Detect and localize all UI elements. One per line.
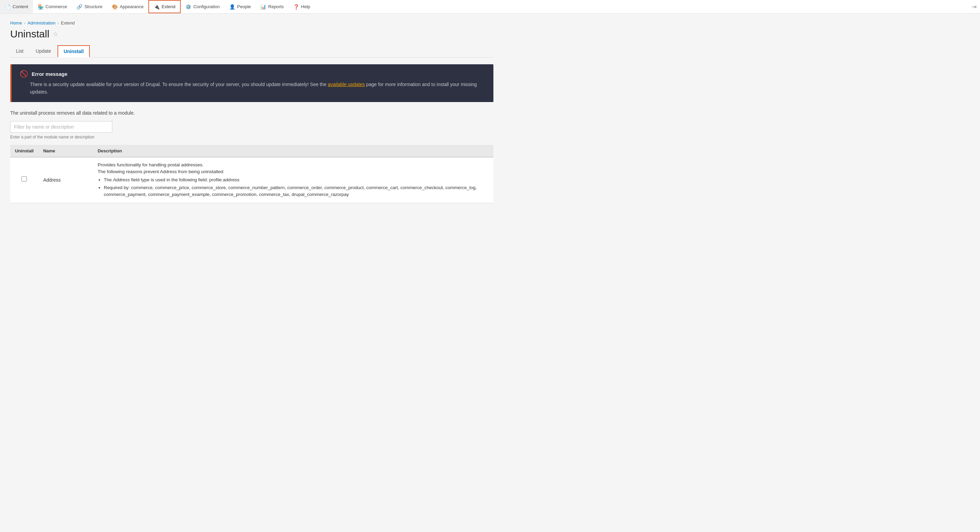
col-header-name: Name xyxy=(38,145,93,157)
error-title: Error message xyxy=(32,71,67,77)
module-description-cell: Provides functionality for handling post… xyxy=(93,157,493,203)
nav-item-extend[interactable]: 🔌 Extend xyxy=(148,0,181,13)
error-banner-header: 🚫 Error message xyxy=(20,70,485,77)
nav-item-reports[interactable]: 📊 Reports xyxy=(256,0,288,13)
filter-hint: Enter a part of the module name or descr… xyxy=(10,135,493,140)
people-icon: 👤 xyxy=(229,4,235,10)
top-navigation: 📄 Content 🏪 Commerce 🔗 Structure 🎨 Appea… xyxy=(0,0,980,14)
nav-item-commerce[interactable]: 🏪 Commerce xyxy=(33,0,72,13)
table-header: Uninstall Name Description xyxy=(10,145,493,157)
nav-item-appearance[interactable]: 🎨 Appearance xyxy=(107,0,148,13)
module-reasons-list: The Address field type is used in the fo… xyxy=(104,176,488,198)
error-icon: 🚫 xyxy=(20,70,28,77)
nav-item-content[interactable]: 📄 Content xyxy=(0,0,33,13)
tab-update[interactable]: Update xyxy=(30,45,57,57)
nav-item-configuration[interactable]: ⚙️ Configuration xyxy=(181,0,224,13)
module-table: Uninstall Name Description Address Provi… xyxy=(10,145,493,203)
tab-list[interactable]: List xyxy=(10,45,29,57)
content-icon: 📄 xyxy=(5,4,11,10)
filter-container xyxy=(10,121,493,133)
module-reasons-header: The following reasons prevent Address fr… xyxy=(98,169,224,174)
page-tabs: List Update Uninstall xyxy=(10,45,493,57)
appearance-icon: 🎨 xyxy=(112,4,118,10)
nav-item-structure[interactable]: 🔗 Structure xyxy=(72,0,107,13)
breadcrumb-sep-1: › xyxy=(24,21,25,25)
main-content: Home › Administration › Extend Uninstall… xyxy=(0,14,504,210)
table-row: Address Provides functionality for handl… xyxy=(10,157,493,203)
favorite-star-icon[interactable]: ☆ xyxy=(53,30,58,38)
breadcrumb-current: Extend xyxy=(61,21,75,25)
page-description: The uninstall process removes all data r… xyxy=(10,110,493,116)
page-title-container: Uninstall ☆ xyxy=(10,28,493,40)
error-body-text-start: There is a security update available for… xyxy=(30,82,328,87)
reports-icon: 📊 xyxy=(260,4,266,10)
available-updates-link[interactable]: available updates xyxy=(328,82,365,87)
breadcrumb-home[interactable]: Home xyxy=(10,21,22,25)
configuration-icon: ⚙️ xyxy=(185,4,191,10)
error-banner: 🚫 Error message There is a security upda… xyxy=(10,64,493,102)
col-header-description: Description xyxy=(93,145,493,157)
reason-item-1: The Address field type is used in the fo… xyxy=(104,176,488,183)
nav-toggle[interactable]: ⇥ xyxy=(972,0,980,13)
module-name-cell: Address xyxy=(38,157,93,203)
tab-uninstall[interactable]: Uninstall xyxy=(57,45,90,57)
structure-icon: 🔗 xyxy=(76,4,82,10)
address-uninstall-checkbox[interactable] xyxy=(21,176,27,182)
nav-item-help[interactable]: ❓ Help xyxy=(288,0,315,13)
extend-icon: 🔌 xyxy=(154,4,159,10)
module-name: Address xyxy=(43,177,60,183)
table-body: Address Provides functionality for handl… xyxy=(10,157,493,203)
reason-item-2: Required by: commerce, commerce_price, c… xyxy=(104,184,488,198)
nav-item-people[interactable]: 👤 People xyxy=(224,0,256,13)
filter-input[interactable] xyxy=(10,121,112,133)
help-icon: ❓ xyxy=(293,4,299,10)
commerce-icon: 🏪 xyxy=(38,4,43,10)
col-header-uninstall: Uninstall xyxy=(10,145,38,157)
breadcrumb-administration[interactable]: Administration xyxy=(27,21,56,25)
breadcrumb: Home › Administration › Extend xyxy=(10,21,493,25)
page-title: Uninstall xyxy=(10,28,49,40)
uninstall-checkbox-cell xyxy=(10,157,38,203)
breadcrumb-sep-2: › xyxy=(57,21,59,25)
module-desc-intro: Provides functionality for handling post… xyxy=(98,162,204,167)
error-body: There is a security update available for… xyxy=(30,81,485,96)
